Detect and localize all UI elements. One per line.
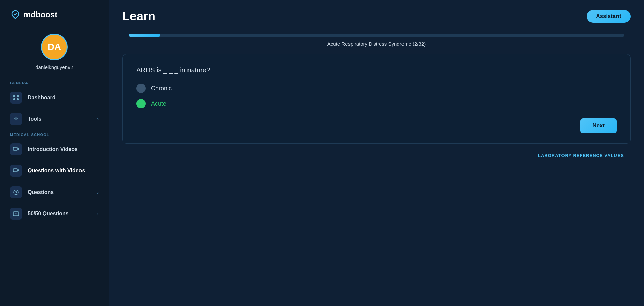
avatar: DA	[41, 34, 68, 60]
questions-chevron-icon: ›	[97, 190, 99, 195]
svg-rect-8	[13, 147, 17, 150]
username: danielknguyen92	[35, 64, 73, 70]
tools-label: Tools	[28, 116, 92, 122]
fifty-fifty-icon: ?	[10, 208, 22, 220]
header: Learn Assistant	[109, 0, 644, 30]
content-area: Acute Respiratory Distress Syndrome (2/3…	[109, 30, 644, 306]
sidebar-item-intro-videos[interactable]: Introduction Videos	[0, 139, 109, 160]
dashboard-label: Dashboard	[28, 95, 99, 101]
intro-videos-icon	[10, 143, 22, 155]
svg-point-4	[15, 118, 17, 120]
sidebar: mdboost DA danielknguyen92 GENERAL Dashb…	[0, 0, 109, 306]
svg-line-7	[17, 118, 18, 119]
next-button[interactable]: Next	[580, 118, 617, 133]
svg-rect-9	[13, 169, 17, 172]
option-acute[interactable]: Acute	[136, 99, 617, 108]
sidebar-item-fifty-fifty[interactable]: ? 50/50 Questions ›	[0, 203, 109, 224]
fifty-fifty-label: 50/50 Questions	[28, 211, 92, 217]
svg-rect-3	[17, 98, 19, 100]
logo: mdboost	[0, 0, 109, 27]
assistant-button[interactable]: Assistant	[587, 10, 631, 23]
card-footer: Next	[136, 118, 617, 133]
lab-ref-link[interactable]: LABORATORY REFERENCE VALUES	[538, 153, 624, 158]
questions-videos-icon	[10, 165, 22, 177]
user-profile: DA danielknguyen92	[0, 27, 109, 78]
svg-text:?: ?	[15, 213, 17, 215]
question-card: ARDS is _ _ _ in nature? Chronic Acute N…	[122, 54, 631, 144]
nav-section-general: GENERAL	[0, 78, 109, 87]
tools-chevron-icon: ›	[97, 116, 99, 122]
svg-rect-1	[17, 95, 19, 97]
question-text: ARDS is _ _ _ in nature?	[136, 66, 617, 74]
sidebar-item-questions-videos[interactable]: Questions with Videos	[0, 160, 109, 182]
option-chronic-dot	[136, 84, 146, 93]
sidebar-item-questions[interactable]: ? Questions ›	[0, 182, 109, 203]
option-acute-label: Acute	[151, 100, 166, 107]
progress-section: Acute Respiratory Distress Syndrome (2/3…	[122, 34, 631, 47]
questions-label: Questions	[28, 189, 92, 195]
svg-rect-2	[13, 98, 15, 100]
svg-rect-0	[13, 95, 15, 97]
tools-icon	[10, 113, 22, 125]
svg-text:?: ?	[15, 191, 17, 195]
progress-label: Acute Respiratory Distress Syndrome (2/3…	[129, 41, 624, 47]
option-chronic-label: Chronic	[151, 85, 172, 92]
intro-videos-label: Introduction Videos	[28, 146, 99, 152]
nav-section-medical-school: MEDICAL SCHOOL	[0, 130, 109, 139]
fifty-fifty-chevron-icon: ›	[97, 211, 99, 216]
sidebar-item-dashboard[interactable]: Dashboard	[0, 87, 109, 108]
dashboard-icon	[10, 92, 22, 104]
logo-text: mdboost	[23, 10, 57, 19]
options-list: Chronic Acute	[136, 84, 617, 108]
page-title: Learn	[122, 9, 155, 23]
lab-ref-section: LABORATORY REFERENCE VALUES	[122, 152, 631, 158]
progress-bar-background	[129, 34, 624, 37]
sidebar-item-tools[interactable]: Tools ›	[0, 108, 109, 130]
mdboost-logo-icon	[10, 9, 21, 20]
questions-videos-label: Questions with Videos	[28, 168, 99, 174]
main-content: Learn Assistant Acute Respiratory Distre…	[109, 0, 644, 306]
questions-icon: ?	[10, 186, 22, 198]
option-acute-dot	[136, 99, 146, 108]
option-chronic[interactable]: Chronic	[136, 84, 617, 93]
svg-line-6	[14, 118, 15, 119]
progress-bar-fill	[129, 34, 160, 37]
